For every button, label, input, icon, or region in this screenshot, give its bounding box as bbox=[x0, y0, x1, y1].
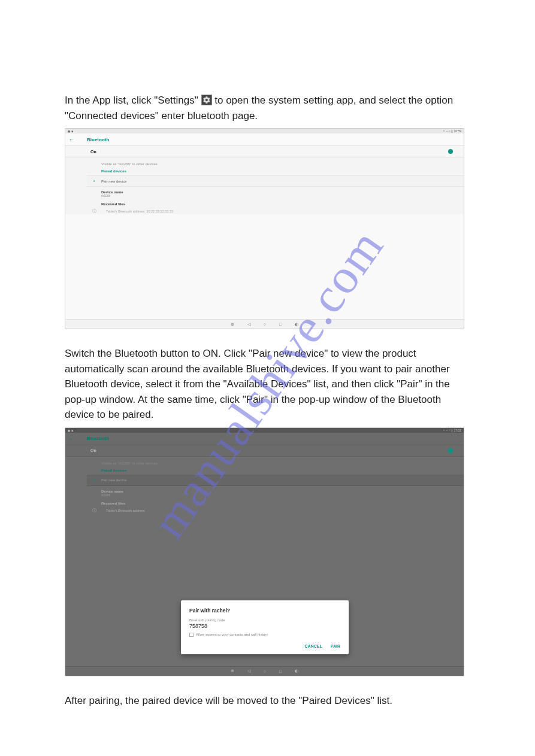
pair-new-device-label: Pair new device bbox=[101, 180, 126, 183]
on-label: On bbox=[90, 448, 96, 453]
nav-volume-icon[interactable]: ⊕ bbox=[231, 322, 234, 327]
section-body: Visible as "rk3288" to other devices Pai… bbox=[65, 157, 464, 214]
nav-home-icon[interactable]: ○ bbox=[264, 669, 266, 673]
visible-as-text: Visible as "rk3288" to other devices bbox=[101, 162, 464, 166]
paired-devices-label[interactable]: Paired devices bbox=[101, 469, 464, 472]
checkbox-icon[interactable] bbox=[189, 633, 194, 637]
nav-bar: ⊕ ◁ ○ □ ◐ bbox=[65, 666, 464, 676]
page-title: Bluetooth bbox=[87, 436, 109, 441]
bluetooth-on-row[interactable]: On bbox=[65, 445, 464, 457]
pairing-code-value: 758758 bbox=[189, 623, 340, 629]
plus-icon: + bbox=[87, 178, 101, 184]
nav-screenshot-icon[interactable]: ◐ bbox=[295, 669, 298, 673]
screenshot-pair-dialog: ◼■ ᵇ ↔ ᶜ ▯ 17:02 ← Bluetooth On Visible … bbox=[65, 427, 464, 676]
status-time: 17:02 bbox=[454, 429, 461, 432]
pair-new-device-row[interactable]: + Pair new device bbox=[87, 475, 464, 486]
pair-button[interactable]: PAIR bbox=[331, 644, 340, 648]
paragraph-1: In the App list, click "Settings" to ope… bbox=[65, 93, 470, 123]
bt-address-row: ⓘ Tablet's Bluetooth address: bbox=[87, 508, 464, 514]
bluetooth-header: ← Bluetooth bbox=[65, 433, 464, 445]
screenshot-bluetooth-settings: ◼■ ᵇ ↔ ᶜ ▯ 16:59 ← Bluetooth On Visible … bbox=[65, 128, 464, 329]
info-icon: ⓘ bbox=[87, 508, 101, 514]
pair-new-device-label: Pair new device bbox=[101, 478, 126, 482]
cancel-button[interactable]: CANCEL bbox=[305, 644, 322, 648]
back-arrow-icon[interactable]: ← bbox=[69, 136, 83, 142]
pairing-code-label: Bluetooth pairing code bbox=[189, 618, 340, 622]
on-label: On bbox=[90, 150, 96, 154]
plus-icon: + bbox=[87, 478, 101, 483]
info-icon: ⓘ bbox=[87, 208, 101, 214]
bt-address-text: Tablet's Bluetooth address: bbox=[106, 509, 146, 512]
page-title: Bluetooth bbox=[87, 137, 109, 142]
nav-recent-icon[interactable]: □ bbox=[279, 669, 282, 673]
device-name-value: rk3288 bbox=[101, 493, 464, 497]
pair-dialog: Pair with rachel? Bluetooth pairing code… bbox=[181, 600, 349, 654]
bt-address-text: Tablet's Bluetooth address: 20:22:33:22:… bbox=[106, 210, 173, 213]
bluetooth-header: ← Bluetooth bbox=[65, 133, 464, 145]
paragraph-2: Switch the Bluetooth button to ON. Click… bbox=[65, 346, 470, 423]
status-bar: ◼■ ᵇ ↔ ᶜ ▯ 17:02 bbox=[65, 428, 464, 433]
dialog-title: Pair with rachel? bbox=[189, 608, 340, 614]
status-indicators: ᵇ ↔ ᶜ ▯ bbox=[443, 429, 453, 432]
nav-screenshot-icon[interactable]: ◐ bbox=[295, 322, 298, 327]
section-body: Visible as "rk3288" to other devices Pai… bbox=[65, 457, 464, 514]
paired-devices-label[interactable]: Paired devices bbox=[101, 169, 464, 173]
para1-text-a: In the App list, click "Settings" bbox=[65, 95, 201, 106]
status-indicators: ᵇ ↔ ᶜ ▯ bbox=[443, 129, 453, 133]
bluetooth-on-row[interactable]: On bbox=[65, 145, 464, 157]
bluetooth-toggle-icon[interactable] bbox=[448, 448, 453, 453]
status-time: 16:59 bbox=[454, 129, 461, 133]
bluetooth-toggle-icon[interactable] bbox=[448, 149, 453, 154]
nav-back-icon[interactable]: ◁ bbox=[247, 322, 250, 327]
paragraph-3: After pairing, the paired device will be… bbox=[65, 693, 470, 709]
nav-recent-icon[interactable]: □ bbox=[279, 322, 282, 326]
gear-icon bbox=[201, 95, 212, 105]
allow-access-checkbox[interactable]: Allow access to your contacts and call h… bbox=[189, 633, 340, 637]
checkbox-label: Allow access to your contacts and call h… bbox=[196, 633, 268, 636]
device-name-row[interactable]: Device name rk3288 bbox=[101, 490, 464, 497]
visible-as-text: Visible as "rk3288" to other devices bbox=[101, 462, 464, 465]
pair-new-device-row[interactable]: + Pair new device bbox=[87, 175, 464, 187]
bt-address-row: ⓘ Tablet's Bluetooth address: 20:22:33:2… bbox=[87, 208, 464, 214]
back-arrow-icon[interactable]: ← bbox=[69, 436, 83, 442]
device-name-value: rk3288 bbox=[101, 194, 464, 198]
nav-home-icon[interactable]: ○ bbox=[264, 322, 266, 326]
status-bar: ◼■ ᵇ ↔ ᶜ ▯ 16:59 bbox=[65, 129, 464, 133]
nav-volume-icon[interactable]: ⊕ bbox=[231, 669, 234, 673]
received-files-row[interactable]: Received files bbox=[101, 502, 464, 505]
device-name-row[interactable]: Device name rk3288 bbox=[101, 190, 464, 198]
nav-bar: ⊕ ◁ ○ □ ◐ bbox=[65, 319, 464, 329]
received-files-row[interactable]: Received files bbox=[101, 202, 464, 206]
nav-back-icon[interactable]: ◁ bbox=[247, 669, 250, 673]
